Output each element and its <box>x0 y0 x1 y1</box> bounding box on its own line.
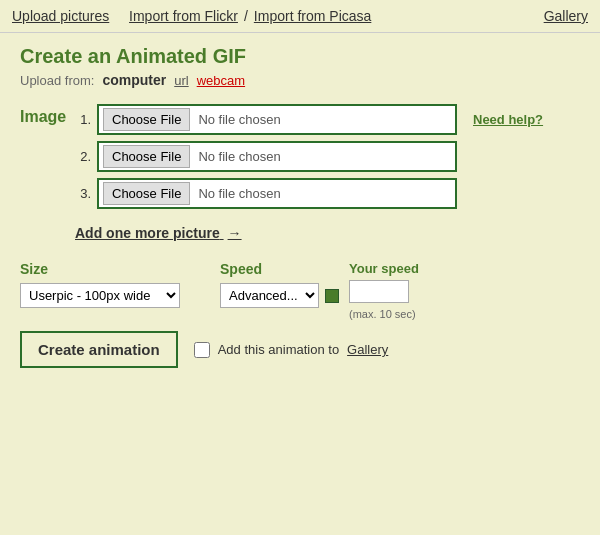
file-input-wrapper-3: Choose File No file chosen <box>97 178 457 209</box>
upload-pictures-link[interactable]: Upload pictures <box>12 8 109 24</box>
add-more-arrow: → <box>228 225 242 241</box>
upload-from-label: Upload from: <box>20 73 94 88</box>
from-url-option[interactable]: url <box>174 73 188 88</box>
row-num-2: 2. <box>75 149 91 164</box>
your-speed-label: Your speed <box>349 261 419 276</box>
gallery-check-link[interactable]: Gallery <box>347 342 388 357</box>
row-num-3: 3. <box>75 186 91 201</box>
speed-indicator <box>325 289 339 303</box>
size-label: Size <box>20 261 180 277</box>
file-input-wrapper-1: Choose File No file chosen <box>97 104 457 135</box>
page-title: Create an Animated GIF <box>20 45 580 68</box>
import-picasa-link[interactable]: Import from Picasa <box>254 8 371 24</box>
no-file-text-1: No file chosen <box>198 112 280 127</box>
create-animation-button[interactable]: Create animation <box>20 331 178 368</box>
choose-file-btn-2[interactable]: Choose File <box>103 145 190 168</box>
from-webcam-option[interactable]: webcam <box>197 73 245 88</box>
from-computer-option[interactable]: computer <box>102 72 166 88</box>
no-file-text-3: No file chosen <box>198 186 280 201</box>
gallery-check-label: Add this animation to <box>218 342 339 357</box>
your-speed-input[interactable] <box>349 280 409 303</box>
file-row-2: 2. Choose File No file chosen <box>75 141 580 172</box>
upload-from-row: Upload from: computer url webcam <box>20 72 580 88</box>
choose-file-btn-1[interactable]: Choose File <box>103 108 190 131</box>
size-col: Size Userpic - 100px wide Small - 200px … <box>20 261 180 308</box>
size-select[interactable]: Userpic - 100px wide Small - 200px wide … <box>20 283 180 308</box>
nav-separator: / <box>244 8 248 24</box>
main-content: Create an Animated GIF Upload from: comp… <box>0 33 600 388</box>
file-inputs-col: 1. Choose File No file chosen Need help?… <box>75 104 580 209</box>
need-help-link[interactable]: Need help? <box>473 112 543 127</box>
speed-label: Speed <box>220 261 339 277</box>
gallery-link[interactable]: Gallery <box>544 8 588 24</box>
file-row-1: 1. Choose File No file chosen Need help? <box>75 104 580 135</box>
speed-select[interactable]: Advanced... Slow Normal Fast <box>220 283 319 308</box>
nav-spacer <box>115 8 123 24</box>
file-row-3: 3. Choose File No file chosen <box>75 178 580 209</box>
image-label: Image <box>20 104 75 126</box>
file-input-wrapper-2: Choose File No file chosen <box>97 141 457 172</box>
choose-file-btn-3[interactable]: Choose File <box>103 182 190 205</box>
gallery-check-row: Add this animation to Gallery <box>194 342 389 358</box>
gallery-checkbox[interactable] <box>194 342 210 358</box>
no-file-text-2: No file chosen <box>198 149 280 164</box>
add-more-label: Add one more picture <box>75 225 220 241</box>
your-speed-col: Your speed (max. 10 sec) <box>349 261 419 321</box>
image-section: Image 1. Choose File No file chosen Need… <box>20 104 580 209</box>
max-note: (max. 10 sec) <box>349 307 419 321</box>
top-nav: Upload pictures Import from Flickr / Imp… <box>0 0 600 33</box>
speed-col: Speed Advanced... Slow Normal Fast <box>220 261 339 308</box>
row-num-1: 1. <box>75 112 91 127</box>
add-more-link[interactable]: Add one more picture → <box>75 225 242 241</box>
add-more-row: Add one more picture → <box>75 225 580 241</box>
import-flickr-link[interactable]: Import from Flickr <box>129 8 238 24</box>
bottom-row: Create animation Add this animation to G… <box>20 331 580 368</box>
speed-row: Advanced... Slow Normal Fast <box>220 283 339 308</box>
mid-section: Size Userpic - 100px wide Small - 200px … <box>20 261 580 321</box>
